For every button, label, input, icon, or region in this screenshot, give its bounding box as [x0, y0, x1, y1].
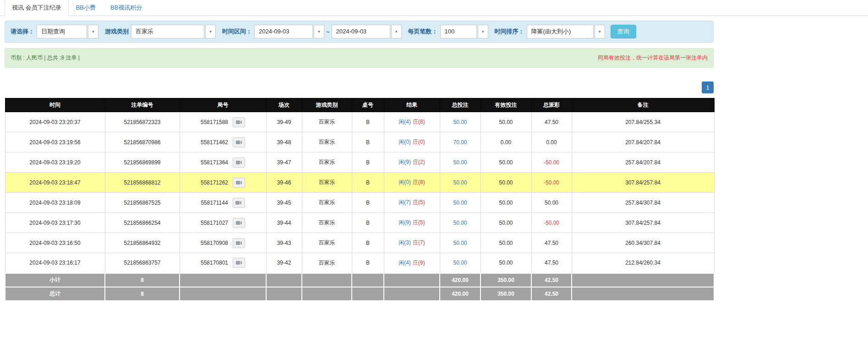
column-header-result: 结果	[384, 98, 440, 112]
cell-total-bet-link[interactable]: 50.00	[440, 253, 480, 273]
date-from-value[interactable]: 2024-09-03	[254, 25, 313, 38]
cell-total-bet-link[interactable]: 50.00	[440, 173, 480, 193]
cell-empty	[352, 273, 384, 287]
total-valid-bet: 350.00	[480, 287, 531, 301]
cell-payout: -50.00	[531, 213, 572, 233]
query-type-value[interactable]: 日期查询	[37, 25, 87, 38]
cell-game-type: 百家乐	[302, 173, 352, 193]
chevron-down-icon[interactable]	[391, 25, 402, 38]
video-replay-icon[interactable]	[233, 117, 245, 127]
table-row: 2024-09-03 23:19:56 521856870986 5581714…	[5, 132, 714, 152]
filter-bar: 请选择： 日期查询 游戏类别 百家乐 时间区间： 2024-09-03 ~ 20…	[5, 21, 714, 43]
total-total-bet: 420.00	[440, 287, 480, 301]
cell-table-no: B	[352, 132, 384, 152]
column-header-session: 场次	[266, 98, 302, 112]
cell-note: 212.84/260.34	[572, 253, 714, 273]
cell-round: 558171364	[180, 152, 266, 173]
column-header-bet-id: 注单编号	[105, 98, 180, 112]
cell-bet-id: 521856869899	[105, 152, 180, 173]
round-number: 558170801	[201, 260, 228, 266]
cell-valid-bet: 0.00	[480, 132, 531, 152]
cell-note: 307.84/257.84	[572, 173, 714, 193]
main-content: 请选择： 日期查询 游戏类别 百家乐 时间区间： 2024-09-03 ~ 20…	[5, 21, 714, 301]
cell-total-bet-link[interactable]: 50.00	[440, 152, 480, 173]
cell-valid-bet: 50.00	[480, 152, 531, 173]
video-replay-icon[interactable]	[233, 178, 245, 188]
table-row: 2024-09-03 23:18:47 521856868812 5581712…	[5, 173, 714, 193]
date-from-select[interactable]: 2024-09-03	[254, 25, 324, 38]
subtotal-total-bet: 420.00	[440, 273, 480, 287]
date-to-select[interactable]: 2024-09-03	[332, 25, 402, 38]
video-replay-icon[interactable]	[233, 218, 245, 228]
tab-bb-tips[interactable]: BB小费	[69, 0, 103, 16]
sort-order-value[interactable]: 降冪(由大到小)	[527, 25, 594, 38]
cell-total-bet-link[interactable]: 50.00	[440, 213, 480, 233]
tab-video-bet-records[interactable]: 视讯 会员下注纪录	[5, 0, 69, 16]
cell-round: 558171262	[180, 173, 266, 193]
game-type-select[interactable]: 百家乐	[131, 25, 216, 38]
cell-time: 2024-09-03 23:20:37	[5, 112, 105, 132]
cell-result: 闲(3)庄(7)	[384, 233, 440, 253]
cell-note: 257.84/307.84	[572, 193, 714, 213]
total-payout: 42.50	[531, 287, 572, 301]
cell-empty	[266, 287, 302, 301]
chevron-down-icon[interactable]	[314, 25, 324, 38]
cell-table-no: B	[352, 253, 384, 273]
game-type-label: 游戏类别	[105, 27, 129, 36]
cell-table-no: B	[352, 233, 384, 253]
cell-round: 558171144	[180, 193, 266, 213]
cell-total-bet-link[interactable]: 50.00	[440, 193, 480, 213]
cell-empty	[302, 287, 352, 301]
cell-time: 2024-09-03 23:19:56	[5, 132, 105, 152]
cell-total-bet-link[interactable]: 70.00	[440, 132, 480, 152]
search-button[interactable]: 查询	[611, 25, 636, 38]
sort-order-select[interactable]: 降冪(由大到小)	[527, 25, 605, 38]
cell-empty	[572, 273, 714, 287]
round-number: 558171588	[201, 119, 228, 125]
column-header-payout: 总派彩	[531, 98, 572, 112]
chevron-down-icon[interactable]	[478, 25, 488, 38]
chevron-down-icon[interactable]	[595, 25, 605, 38]
cell-game-type: 百家乐	[302, 253, 352, 273]
result-player: 闲(9)	[399, 219, 411, 226]
date-to-value[interactable]: 2024-09-03	[332, 25, 390, 38]
cell-total-bet-link[interactable]: 50.00	[440, 233, 480, 253]
subtotal-label: 小计	[5, 273, 105, 287]
page-size-value[interactable]: 100	[440, 25, 477, 38]
video-replay-icon[interactable]	[233, 137, 245, 147]
game-type-value[interactable]: 百家乐	[131, 25, 204, 38]
table-row: 2024-09-03 23:16:17 521856863757 5581708…	[5, 253, 714, 273]
table-row: 2024-09-03 23:20:37 521856872323 5581715…	[5, 112, 714, 132]
video-replay-icon[interactable]	[233, 238, 245, 248]
cell-total-bet-link[interactable]: 50.00	[440, 112, 480, 132]
page-1-button[interactable]: 1	[702, 81, 714, 93]
subtotal-valid-bet: 350.00	[480, 273, 531, 287]
video-replay-icon[interactable]	[233, 258, 245, 268]
result-banker: 庄(5)	[413, 219, 425, 226]
result-player: 闲(7)	[399, 199, 411, 206]
cell-game-type: 百家乐	[302, 132, 352, 152]
video-replay-icon[interactable]	[233, 157, 245, 168]
table-row: 2024-09-03 23:17:30 521856866254 5581710…	[5, 213, 714, 233]
cell-game-type: 百家乐	[302, 112, 352, 132]
result-banker: 庄(2)	[413, 159, 425, 165]
result-banker: 庄(5)	[413, 199, 425, 206]
cell-result: 闲(4)庄(8)	[384, 112, 440, 132]
chevron-down-icon[interactable]	[205, 25, 216, 38]
cell-game-type: 百家乐	[302, 152, 352, 173]
cell-table-no: B	[352, 152, 384, 173]
page-size-select[interactable]: 100	[440, 25, 488, 38]
query-type-select[interactable]: 日期查询	[37, 25, 98, 38]
cell-time: 2024-09-03 23:18:47	[5, 173, 105, 193]
result-player: 闲(9)	[399, 159, 411, 165]
round-number: 558171462	[201, 139, 228, 146]
tab-bb-video-points[interactable]: BB视讯积分	[103, 0, 149, 16]
round-number: 558170908	[201, 240, 228, 246]
chevron-down-icon[interactable]	[88, 25, 98, 38]
result-player: 闲(3)	[399, 239, 411, 246]
table-header-row: 时间 注单编号 局号 场次 游戏类别 桌号 结果 总投注 有效投注 总派彩 备注	[5, 98, 714, 112]
video-replay-icon[interactable]	[233, 198, 245, 208]
cell-payout: 47.50	[531, 233, 572, 253]
round-number: 558171144	[201, 200, 228, 206]
column-header-round: 局号	[180, 98, 266, 112]
